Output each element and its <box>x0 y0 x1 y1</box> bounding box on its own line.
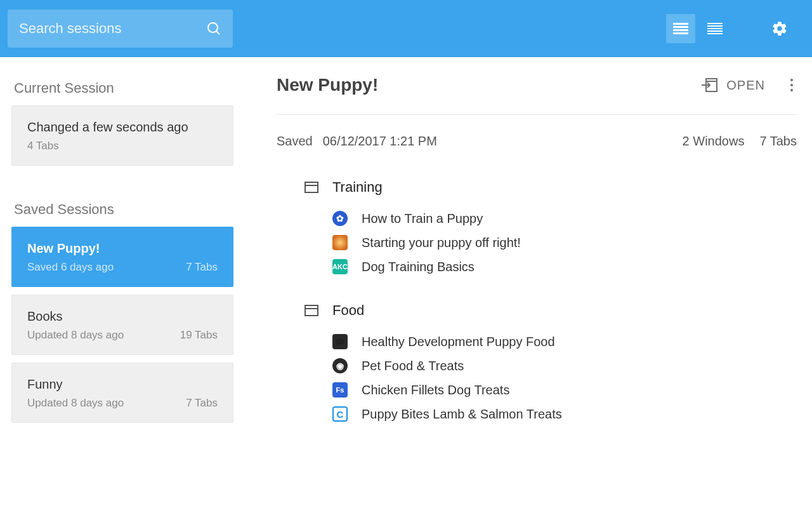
favicon <box>332 235 348 250</box>
saved-session-meta: Updated 8 days ago <box>27 397 124 410</box>
tab-title: Dog Training Basics <box>362 260 475 274</box>
saved-session-meta: Saved 6 days ago <box>27 261 114 274</box>
saved-session-title: New Puppy! <box>27 241 218 256</box>
settings-button[interactable] <box>765 14 794 43</box>
tab-row[interactable]: Healthy Development Puppy Food <box>332 334 797 349</box>
window-name: Training <box>332 179 383 196</box>
svg-rect-10 <box>707 33 723 34</box>
saved-session-card[interactable]: FunnyUpdated 8 days ago7 Tabs <box>11 363 233 423</box>
current-session-heading: Current Session <box>14 80 233 97</box>
saved-session-tabcount: 19 Tabs <box>180 329 218 342</box>
search-box[interactable] <box>8 10 233 48</box>
svg-rect-2 <box>673 23 688 25</box>
session-title: New Puppy! <box>277 75 378 95</box>
sidebar: Current Session Changed a few seconds ag… <box>0 57 241 508</box>
open-label: OPEN <box>726 78 765 93</box>
more-button[interactable] <box>787 75 797 95</box>
svg-rect-5 <box>673 32 688 34</box>
search-input[interactable] <box>19 20 206 37</box>
app-header <box>0 0 812 57</box>
saved-session-card[interactable]: BooksUpdated 8 days ago19 Tabs <box>11 295 233 355</box>
saved-session-tabcount: 7 Tabs <box>186 397 218 410</box>
favicon <box>332 211 348 226</box>
window-name: Food <box>332 302 364 319</box>
favicon: AKC <box>332 259 348 274</box>
svg-rect-6 <box>707 23 723 24</box>
svg-rect-15 <box>305 305 318 316</box>
window-header[interactable]: Food <box>304 302 797 319</box>
search-icon <box>206 21 221 36</box>
open-icon <box>701 78 717 92</box>
window-count: 2 Windows <box>683 134 745 149</box>
saved-sessions-heading: Saved Sessions <box>14 201 233 218</box>
tab-title: Healthy Development Puppy Food <box>362 335 555 349</box>
tab-title: Starting your puppy off right! <box>362 236 521 250</box>
saved-session-title: Funny <box>27 377 218 392</box>
saved-label: Saved <box>277 134 313 149</box>
window-group: FoodHealthy Development Puppy FoodPet Fo… <box>304 302 797 422</box>
svg-point-0 <box>208 23 218 32</box>
window-header[interactable]: Training <box>304 179 797 196</box>
tab-count: 7 Tabs <box>759 134 797 149</box>
saved-session-title: Books <box>27 309 218 324</box>
list-dense-icon <box>673 23 688 34</box>
svg-line-1 <box>216 31 219 34</box>
session-meta: Saved 06/12/2017 1:21 PM 2 Windows 7 Tab… <box>277 134 797 149</box>
saved-timestamp: 06/12/2017 1:21 PM <box>323 134 437 149</box>
open-button[interactable]: OPEN <box>701 78 765 93</box>
tab-title: How to Train a Puppy <box>362 211 483 226</box>
svg-rect-9 <box>707 30 723 32</box>
saved-session-meta: Updated 8 days ago <box>27 329 124 342</box>
saved-session-tabcount: 7 Tabs <box>186 261 218 274</box>
svg-rect-13 <box>305 182 318 192</box>
tab-title: Pet Food & Treats <box>362 359 464 373</box>
current-session-card[interactable]: Changed a few seconds ago 4 Tabs <box>11 105 233 166</box>
detail-pane: New Puppy! OPEN Saved 06/12/2017 <box>241 57 812 508</box>
tab-row[interactable]: Pet Food & Treats <box>332 358 797 373</box>
svg-rect-3 <box>673 26 688 28</box>
favicon: Fs <box>332 382 348 398</box>
list-icon <box>707 23 723 34</box>
current-session-meta: 4 Tabs <box>27 140 59 152</box>
tab-row[interactable]: How to Train a Puppy <box>332 211 797 226</box>
window-icon <box>304 182 318 193</box>
svg-rect-7 <box>707 25 723 27</box>
tab-row[interactable]: FsChicken Fillets Dog Treats <box>332 382 797 398</box>
svg-rect-4 <box>673 29 688 31</box>
saved-session-card[interactable]: New Puppy!Saved 6 days ago7 Tabs <box>11 227 233 287</box>
favicon <box>332 358 348 373</box>
view-detailed-button[interactable] <box>666 14 695 43</box>
favicon: C <box>332 406 348 422</box>
tab-row[interactable]: CPuppy Bites Lamb & Salmon Treats <box>332 406 797 422</box>
favicon <box>332 334 348 349</box>
tab-row[interactable]: Starting your puppy off right! <box>332 235 797 250</box>
window-group: TrainingHow to Train a PuppyStarting you… <box>304 179 797 274</box>
tab-row[interactable]: AKCDog Training Basics <box>332 259 797 274</box>
current-session-title: Changed a few seconds ago <box>27 120 218 135</box>
svg-rect-8 <box>707 28 723 29</box>
tab-title: Puppy Bites Lamb & Salmon Treats <box>362 407 562 422</box>
tab-title: Chicken Fillets Dog Treats <box>362 383 509 398</box>
view-compact-button[interactable] <box>700 14 730 43</box>
window-icon <box>304 305 318 316</box>
gear-icon <box>771 20 788 37</box>
